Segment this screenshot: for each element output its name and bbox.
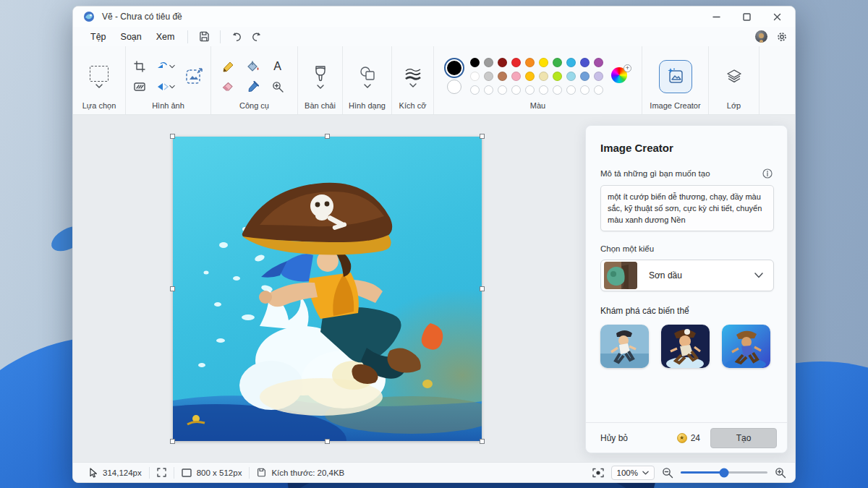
minimize-button[interactable] [701, 7, 731, 27]
brush-icon [314, 65, 327, 82]
color-swatch[interactable] [566, 72, 576, 81]
size-button[interactable] [404, 67, 422, 87]
title-bar[interactable]: Vẽ - Chưa có tiêu đề [73, 7, 795, 27]
chevron-down-icon [364, 84, 371, 88]
status-bar: 314,124px 800 x 512px [73, 462, 795, 482]
resize-handle-nw[interactable] [170, 134, 175, 139]
resize-handle-sw[interactable] [170, 439, 175, 444]
selection-rect-icon [90, 66, 109, 82]
variant-thumbnail-2[interactable] [661, 325, 710, 368]
resize-image-button[interactable] [182, 64, 207, 89]
color-swatch[interactable] [484, 72, 493, 81]
color-swatch[interactable] [511, 72, 521, 81]
maximize-button[interactable] [731, 7, 762, 27]
color-swatch[interactable] [539, 58, 548, 67]
flip-button[interactable] [152, 78, 179, 95]
zoom-out-button[interactable] [662, 467, 673, 479]
color-swatch[interactable] [580, 58, 590, 67]
color2-swatch[interactable] [447, 80, 461, 94]
panel-footer: Hủy bỏ ★ 24 Tạo [586, 422, 787, 453]
color-swatch[interactable] [525, 58, 535, 67]
resize-handle-s[interactable] [325, 439, 330, 444]
prompt-input[interactable]: một ít cướp biển dễ thương, chạy, đầy mà… [600, 185, 774, 231]
color-picker-tool-button[interactable] [244, 78, 263, 95]
selection-tool-button[interactable] [90, 66, 109, 88]
color-swatch[interactable] [470, 72, 480, 81]
create-button[interactable]: Tạo [710, 428, 777, 448]
text-tool-button[interactable]: A [268, 58, 287, 75]
pencil-tool-button[interactable] [219, 58, 238, 75]
zoom-slider-handle[interactable] [720, 468, 729, 477]
group-image: Hình ảnh [125, 46, 210, 114]
settings-gear-icon[interactable] [776, 31, 788, 43]
resize-handle-se[interactable] [480, 439, 485, 444]
credits-count: 24 [691, 433, 700, 443]
crop-icon [134, 61, 145, 72]
shapes-button[interactable] [359, 66, 376, 88]
color-swatch[interactable] [511, 58, 521, 67]
color-swatch[interactable] [525, 72, 535, 81]
magnifier-tool-button[interactable] [268, 78, 287, 95]
color-swatch[interactable] [470, 58, 480, 67]
texture-button[interactable] [130, 78, 149, 95]
cancel-button[interactable]: Hủy bỏ [600, 433, 628, 443]
color-swatch-empty[interactable] [580, 85, 590, 95]
resize-handle-ne[interactable] [480, 134, 485, 139]
color-swatch-empty[interactable] [511, 85, 521, 95]
color-swatch[interactable] [580, 72, 590, 81]
color-swatch-empty[interactable] [594, 85, 603, 95]
color-swatch-empty[interactable] [470, 85, 480, 95]
color-swatch[interactable] [566, 58, 576, 67]
fit-to-screen-icon[interactable] [592, 468, 604, 478]
color-swatch[interactable] [539, 72, 548, 81]
eraser-tool-button[interactable] [219, 78, 238, 95]
info-icon[interactable] [762, 168, 773, 179]
zoom-in-button[interactable] [775, 467, 786, 479]
canvas[interactable] [173, 137, 482, 441]
close-icon [773, 13, 781, 21]
color-swatch-empty[interactable] [566, 85, 576, 95]
fill-tool-button[interactable] [244, 58, 263, 75]
color-swatch[interactable] [498, 72, 507, 81]
menu-file[interactable]: Tệp [83, 29, 114, 45]
color-swatch-empty[interactable] [498, 85, 507, 95]
menu-edit[interactable]: Soạn [114, 29, 149, 45]
menu-bar: Tệp Soạn Xem [73, 27, 795, 46]
color-swatch-empty[interactable] [553, 85, 562, 95]
color-swatch[interactable] [498, 58, 507, 67]
variant-thumbnail-3[interactable] [722, 325, 770, 368]
menu-view[interactable]: Xem [149, 29, 182, 45]
save-icon [199, 31, 210, 42]
workspace[interactable]: Image Creator Mô tả những gì bạn muốn tạ… [73, 115, 795, 462]
brushes-button[interactable] [314, 65, 327, 89]
variant-thumbnail-1[interactable] [600, 325, 649, 368]
rotate-button[interactable] [152, 58, 179, 75]
color-swatch[interactable] [484, 58, 493, 67]
canvas-size-icon [182, 468, 192, 477]
layers-button[interactable] [720, 62, 749, 91]
close-button[interactable] [762, 7, 792, 27]
save-button[interactable] [194, 29, 214, 45]
zoom-level-dropdown[interactable]: 100% [611, 466, 655, 480]
image-creator-button[interactable] [659, 60, 692, 93]
color1-swatch[interactable] [446, 59, 463, 77]
resize-handle-w[interactable] [170, 286, 175, 291]
undo-button[interactable] [226, 29, 247, 45]
style-dropdown[interactable]: Sơn dầu [600, 260, 774, 291]
resize-handle-n[interactable] [325, 134, 330, 139]
crop-button[interactable] [130, 58, 149, 75]
color-swatch-empty[interactable] [539, 85, 548, 95]
zoom-slider-fill [681, 471, 724, 474]
canvas-selection[interactable] [173, 137, 482, 441]
redo-button[interactable] [247, 29, 267, 45]
resize-handle-e[interactable] [480, 286, 485, 291]
color-swatch-empty[interactable] [525, 85, 535, 95]
zoom-slider[interactable] [681, 471, 767, 474]
color-swatch[interactable] [594, 58, 603, 67]
account-avatar[interactable] [755, 30, 767, 43]
color-swatch-empty[interactable] [484, 85, 493, 95]
edit-colors-button[interactable]: + [611, 67, 630, 86]
color-swatch[interactable] [553, 72, 562, 81]
color-swatch[interactable] [594, 72, 603, 81]
color-swatch[interactable] [553, 58, 562, 67]
